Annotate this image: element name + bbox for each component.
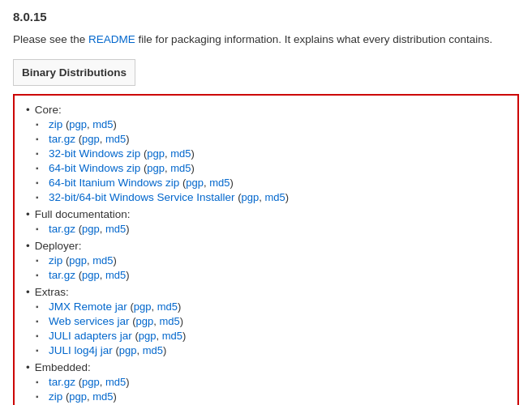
file-link-2-1[interactable]: tar.gz xyxy=(49,269,75,281)
meta-link-0-3-0[interactable]: pgp xyxy=(147,162,165,174)
meta-link-0-1-1[interactable]: md5 xyxy=(105,133,126,145)
meta-link-3-0-1[interactable]: md5 xyxy=(157,301,178,313)
meta-link-4-1-0[interactable]: pgp xyxy=(69,390,87,403)
category-label-0: Core: xyxy=(26,104,62,116)
distributions-box: Core:zip (pgp, md5)tar.gz (pgp, md5)32-b… xyxy=(13,94,519,405)
sub-item-0-3: 64-bit Windows zip (pgp, md5) xyxy=(49,162,506,174)
meta-span-0-4: (pgp, md5) xyxy=(179,177,234,189)
meta-link-2-0-0[interactable]: pgp xyxy=(69,254,87,266)
sub-item-3-1: Web services jar (pgp, md5) xyxy=(49,315,506,327)
meta-span-4-1: (pgp, md5) xyxy=(62,390,117,403)
category-label-1: Full documentation: xyxy=(26,208,131,220)
file-link-0-2[interactable]: 32-bit Windows zip xyxy=(49,147,140,160)
sub-item-2-0: zip (pgp, md5) xyxy=(49,254,506,266)
file-link-2-0[interactable]: zip xyxy=(49,254,62,266)
sub-item-0-0: zip (pgp, md5) xyxy=(49,118,506,130)
sub-list-0: zip (pgp, md5)tar.gz (pgp, md5)32-bit Wi… xyxy=(26,118,506,203)
meta-link-0-4-1[interactable]: md5 xyxy=(209,177,230,189)
meta-span-3-3: (pgp, md5) xyxy=(113,344,167,356)
category-item-0: Core:zip (pgp, md5)tar.gz (pgp, md5)32-b… xyxy=(26,104,506,203)
readme-link[interactable]: README xyxy=(88,33,135,45)
sub-list-3: JMX Remote jar (pgp, md5)Web services ja… xyxy=(26,301,506,356)
meta-link-1-0-1[interactable]: md5 xyxy=(105,223,126,235)
meta-span-1-0: (pgp, md5) xyxy=(75,223,130,235)
sub-item-1-0: tar.gz (pgp, md5) xyxy=(49,223,506,235)
sub-item-4-1: zip (pgp, md5) xyxy=(49,390,506,403)
category-item-1: Full documentation:tar.gz (pgp, md5) xyxy=(26,208,506,235)
meta-link-1-0-0[interactable]: pgp xyxy=(82,223,100,235)
meta-link-3-3-1[interactable]: md5 xyxy=(143,344,163,356)
meta-link-0-2-0[interactable]: pgp xyxy=(147,147,165,160)
binary-distributions-header: Binary Distributions xyxy=(13,59,135,86)
meta-span-3-1: (pgp, md5) xyxy=(130,315,184,327)
category-label-4: Embedded: xyxy=(26,361,91,373)
sub-item-0-5: 32-bit/64-bit Windows Service Installer … xyxy=(49,191,506,203)
sub-item-3-3: JULI log4j jar (pgp, md5) xyxy=(49,344,506,356)
meta-link-2-0-1[interactable]: md5 xyxy=(92,254,113,266)
sub-item-2-1: tar.gz (pgp, md5) xyxy=(49,269,506,281)
meta-link-0-0-1[interactable]: md5 xyxy=(92,118,113,130)
meta-link-3-2-1[interactable]: md5 xyxy=(162,330,182,342)
meta-link-0-2-1[interactable]: md5 xyxy=(170,147,191,160)
meta-link-4-0-1[interactable]: md5 xyxy=(105,376,126,388)
category-item-4: Embedded:tar.gz (pgp, md5)zip (pgp, md5) xyxy=(26,361,506,403)
sub-item-3-0: JMX Remote jar (pgp, md5) xyxy=(49,301,506,313)
meta-span-2-1: (pgp, md5) xyxy=(75,269,130,281)
meta-link-3-1-1[interactable]: md5 xyxy=(159,315,179,327)
meta-span-0-0: (pgp, md5) xyxy=(62,118,117,130)
meta-link-0-3-1[interactable]: md5 xyxy=(170,162,191,174)
sub-list-1: tar.gz (pgp, md5) xyxy=(26,223,506,235)
meta-link-2-1-1[interactable]: md5 xyxy=(105,269,126,281)
category-item-2: Deployer:zip (pgp, md5)tar.gz (pgp, md5) xyxy=(26,240,506,281)
meta-link-2-1-0[interactable]: pgp xyxy=(82,269,100,281)
file-link-1-0[interactable]: tar.gz xyxy=(49,223,75,235)
intro-paragraph: Please see the README file for packaging… xyxy=(13,32,519,48)
meta-link-3-2-0[interactable]: pgp xyxy=(139,330,157,342)
sub-item-4-0: tar.gz (pgp, md5) xyxy=(49,376,506,388)
meta-span-0-3: (pgp, md5) xyxy=(140,162,195,174)
meta-link-0-1-0[interactable]: pgp xyxy=(82,133,100,145)
file-link-0-3[interactable]: 64-bit Windows zip xyxy=(49,162,140,174)
meta-span-3-0: (pgp, md5) xyxy=(127,301,182,313)
sub-list-2: zip (pgp, md5)tar.gz (pgp, md5) xyxy=(26,254,506,281)
category-label-2: Deployer: xyxy=(26,240,82,252)
meta-link-3-1-0[interactable]: pgp xyxy=(135,315,153,327)
file-link-0-0[interactable]: zip xyxy=(49,118,62,130)
category-item-3: Extras:JMX Remote jar (pgp, md5)Web serv… xyxy=(26,286,506,356)
category-list: Core:zip (pgp, md5)tar.gz (pgp, md5)32-b… xyxy=(26,104,506,403)
category-label-3: Extras: xyxy=(26,286,69,298)
file-link-3-1[interactable]: Web services jar xyxy=(49,315,130,327)
file-link-3-3[interactable]: JULI log4j jar xyxy=(49,344,113,356)
sub-item-0-4: 64-bit Itanium Windows zip (pgp, md5) xyxy=(49,177,506,189)
sub-list-4: tar.gz (pgp, md5)zip (pgp, md5) xyxy=(26,376,506,403)
meta-link-4-1-1[interactable]: md5 xyxy=(92,390,113,403)
meta-span-4-0: (pgp, md5) xyxy=(75,376,130,388)
file-link-4-0[interactable]: tar.gz xyxy=(49,376,75,388)
meta-link-0-0-0[interactable]: pgp xyxy=(69,118,87,130)
meta-span-0-1: (pgp, md5) xyxy=(75,133,130,145)
meta-link-3-3-0[interactable]: pgp xyxy=(119,344,137,356)
version-title: 8.0.15 xyxy=(13,10,519,23)
file-link-0-4[interactable]: 64-bit Itanium Windows zip xyxy=(49,177,179,189)
meta-span-3-2: (pgp, md5) xyxy=(132,330,187,342)
meta-link-0-5-1[interactable]: md5 xyxy=(264,191,285,203)
meta-link-0-4-0[interactable]: pgp xyxy=(186,177,204,189)
meta-link-3-0-0[interactable]: pgp xyxy=(134,301,152,313)
sub-item-0-2: 32-bit Windows zip (pgp, md5) xyxy=(49,147,506,160)
meta-span-0-5: (pgp, md5) xyxy=(235,191,290,203)
meta-link-4-0-0[interactable]: pgp xyxy=(82,376,100,388)
meta-span-0-2: (pgp, md5) xyxy=(140,147,195,160)
sub-item-0-1: tar.gz (pgp, md5) xyxy=(49,133,506,145)
file-link-0-5[interactable]: 32-bit/64-bit Windows Service Installer xyxy=(49,191,235,203)
file-link-4-1[interactable]: zip xyxy=(49,390,62,403)
file-link-0-1[interactable]: tar.gz xyxy=(49,133,75,145)
meta-span-2-0: (pgp, md5) xyxy=(62,254,117,266)
file-link-3-2[interactable]: JULI adapters jar xyxy=(49,330,132,342)
file-link-3-0[interactable]: JMX Remote jar xyxy=(49,301,127,313)
meta-link-0-5-0[interactable]: pgp xyxy=(242,191,260,203)
sub-item-3-2: JULI adapters jar (pgp, md5) xyxy=(49,330,506,342)
